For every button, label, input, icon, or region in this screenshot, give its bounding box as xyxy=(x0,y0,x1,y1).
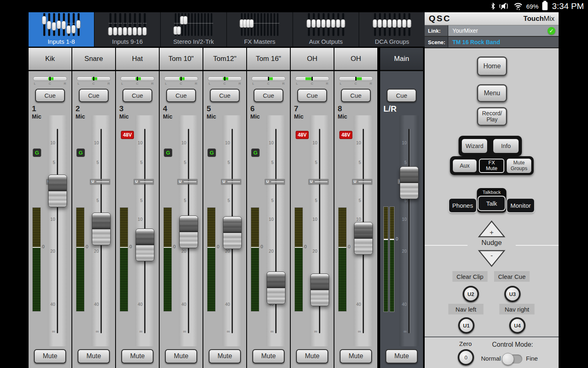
pan-indicator[interactable] xyxy=(252,76,285,81)
zero-button[interactable]: 0 xyxy=(458,349,474,366)
pan-scale-labels: LCR xyxy=(252,82,285,86)
user-button-u1[interactable]: U1 xyxy=(458,317,474,334)
fx-mute-button[interactable]: FX Mute xyxy=(479,159,504,173)
main-name-button[interactable]: Main xyxy=(380,48,423,71)
control-mode-toggle[interactable] xyxy=(503,355,522,364)
channel-number: 4 xyxy=(163,104,167,113)
channel-name-button[interactable]: Kik xyxy=(29,48,71,71)
cue-button[interactable]: Cue xyxy=(35,89,65,102)
fader-knob[interactable] xyxy=(48,175,67,207)
fader-knob[interactable] xyxy=(310,274,329,306)
tab-aux-outputs[interactable]: Aux Outputs xyxy=(293,12,359,47)
pan-indicator[interactable] xyxy=(208,76,242,81)
phones-button[interactable]: Phones xyxy=(449,199,476,212)
pan-indicator[interactable] xyxy=(164,76,198,81)
control-mode-fine-label: Fine xyxy=(526,355,538,362)
fader-track[interactable]: 1055102040∞U xyxy=(223,129,242,333)
fader-knob[interactable] xyxy=(223,216,242,249)
fader-knob[interactable] xyxy=(400,166,419,199)
channel-name-button[interactable]: OH xyxy=(334,48,377,71)
channel-strip-tom12-5: Tom12"LCRCue5MicG1055102040∞U0Mute xyxy=(203,48,246,368)
monitor-button[interactable]: Monitor xyxy=(507,199,534,212)
channel-name-button[interactable]: Tom 16" xyxy=(247,48,290,71)
mute-button[interactable]: Mute xyxy=(78,349,110,364)
tab-stereo-in-2-trk[interactable]: Stereo In/2-Trk xyxy=(161,12,227,47)
fader-scale-label: 20 xyxy=(402,249,407,254)
cue-button[interactable]: Cue xyxy=(210,89,240,102)
fader-knob[interactable] xyxy=(136,229,154,261)
pan-indicator[interactable] xyxy=(339,76,373,81)
mute-button[interactable]: Mute xyxy=(296,349,328,364)
fader-track[interactable]: 1055102040∞U xyxy=(48,129,67,333)
user-button-u4[interactable]: U4 xyxy=(509,317,526,334)
mute-groups-button[interactable]: Mute Groups xyxy=(507,159,531,173)
aux-button[interactable]: Aux xyxy=(453,159,477,172)
talk-button[interactable]: Talk xyxy=(479,197,505,210)
pan-indicator[interactable] xyxy=(295,76,329,81)
nav-left-label[interactable]: Nav left xyxy=(448,304,483,314)
meter-zero-label: 0 xyxy=(348,244,350,249)
nudge-down-button[interactable]: - xyxy=(478,249,506,267)
channel-name-button[interactable]: Snare xyxy=(72,48,115,71)
channel-type-label: Mic xyxy=(207,113,216,120)
mini-fader-track xyxy=(134,13,136,36)
cue-button[interactable]: Cue xyxy=(387,89,416,102)
fader-track[interactable]: 1055102040∞U xyxy=(399,129,419,333)
fader-track[interactable]: 1055102040∞U xyxy=(354,129,373,333)
tab-inputs-1-8[interactable]: Inputs 1-8 xyxy=(29,12,95,47)
mute-button[interactable]: Mute xyxy=(34,349,66,364)
meter-zero-tick xyxy=(164,247,172,248)
cue-button[interactable]: Cue xyxy=(122,89,152,102)
channel-name-button[interactable]: OH xyxy=(291,48,334,71)
mute-button[interactable]: Mute xyxy=(209,349,241,364)
pan-indicator[interactable] xyxy=(33,76,67,81)
channel-name-button[interactable]: Tom 10" xyxy=(160,48,203,71)
mute-button[interactable]: Mute xyxy=(252,349,285,364)
fader-knob[interactable] xyxy=(267,272,285,304)
nudge-up-button[interactable]: + xyxy=(478,220,506,238)
cue-button[interactable]: Cue xyxy=(254,89,283,102)
fader-scale-label: 5 xyxy=(271,198,274,203)
channel-name-button[interactable]: Hat xyxy=(116,48,159,71)
level-meter xyxy=(76,207,85,312)
cue-button[interactable]: Cue xyxy=(79,89,109,102)
info-button[interactable]: Info xyxy=(493,139,519,153)
fader-scale-label: ∞ xyxy=(314,329,318,334)
mute-button[interactable]: Mute xyxy=(385,349,418,364)
fader-track[interactable]: 1055102040∞U xyxy=(135,129,154,333)
mute-button[interactable]: Mute xyxy=(121,349,154,364)
user-button-u3[interactable]: U3 xyxy=(504,286,521,302)
tab-inputs-9-16[interactable]: Inputs 9-16 xyxy=(95,12,161,47)
cue-button[interactable]: Cue xyxy=(297,89,327,102)
pan-center-tick xyxy=(312,77,313,81)
unity-letter: U xyxy=(178,180,183,184)
fader-knob[interactable] xyxy=(92,213,111,245)
fader-track[interactable]: 1055102040∞U xyxy=(179,129,198,333)
cue-button[interactable]: Cue xyxy=(166,89,196,102)
channel-name-button[interactable]: Tom12" xyxy=(203,48,246,71)
mute-button[interactable]: Mute xyxy=(165,349,197,364)
cue-button[interactable]: Cue xyxy=(341,89,371,102)
fader-knob[interactable] xyxy=(354,222,373,255)
nav-right-label[interactable]: Nav right xyxy=(499,304,535,314)
clear-cue-label[interactable]: Clear Cue xyxy=(494,271,530,282)
user-button-u2[interactable]: U2 xyxy=(463,286,479,302)
mute-button[interactable]: Mute xyxy=(340,349,372,364)
tab-fx-masters[interactable]: FX Masters xyxy=(227,12,293,47)
fader-track[interactable]: 1055102040∞U xyxy=(91,129,111,333)
record-play-button[interactable]: Record/ Play xyxy=(477,107,507,126)
pan-center-tick xyxy=(355,77,357,81)
home-button[interactable]: Home xyxy=(477,56,507,76)
pan-indicator[interactable] xyxy=(120,76,154,81)
tab-dca-groups[interactable]: DCA Groups xyxy=(359,12,425,47)
fader-scale-label: 10 xyxy=(138,140,143,145)
clear-clip-label[interactable]: Clear Clip xyxy=(452,271,488,282)
mini-fader-track xyxy=(194,13,196,36)
pan-indicator[interactable] xyxy=(77,76,111,81)
fader-scale-label: 5 xyxy=(96,198,99,203)
fader-knob[interactable] xyxy=(179,215,198,248)
fader-track[interactable]: 1055102040∞U xyxy=(310,129,329,333)
wizard-button[interactable]: Wizard xyxy=(462,139,487,153)
fader-track[interactable]: 1055102040∞U xyxy=(266,129,285,333)
menu-button[interactable]: Menu xyxy=(477,84,507,102)
